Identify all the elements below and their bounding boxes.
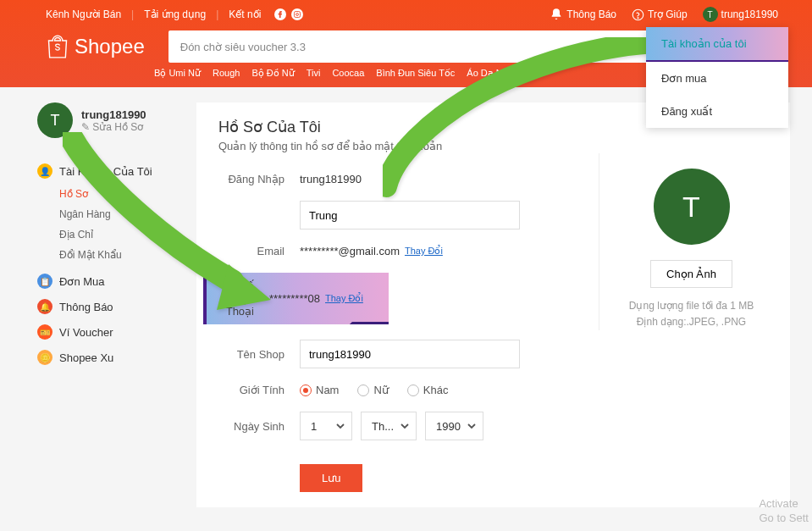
dropdown-logout[interactable]: Đăng xuất [646,95,788,128]
keyword-link[interactable]: S [521,68,527,79]
birth-month-select[interactable]: Th... [361,412,417,440]
voucher-icon: 🎫 [37,324,52,340]
birth-label: Ngày Sinh [218,420,300,433]
username-value: trung181990 [300,173,362,185]
gender-label: Giới Tính [218,384,300,396]
user-menu-trigger[interactable]: T trung181990 [703,7,778,22]
edit-profile-link[interactable]: ✎ Sửa Hồ Sơ [81,121,146,133]
svg-point-1 [291,8,303,20]
windows-watermark: Activate Go to Sett [759,497,809,526]
help-icon [632,8,644,21]
connect-link[interactable]: Kết nối [229,8,261,20]
nav-account[interactable]: 👤 Tài Khoản Của Tôi [37,158,173,184]
email-value: *********@gmail.com [300,245,400,257]
topbar: Kênh Người Bán | Tải ứng dụng | Kết nối … [0,7,812,27]
download-app-link[interactable]: Tải ứng dụng [144,8,206,20]
keyword-link[interactable]: Bình Đun Siêu Tốc [376,68,455,79]
sidebar: T trung181990 ✎ Sửa Hồ Sơ 👤 Tài Khoản Củ… [37,102,173,507]
nav-voucher[interactable]: 🎫Ví Voucher [37,319,173,345]
keyword-link[interactable]: Coocaa [332,68,364,79]
avatar-small: T [703,7,718,22]
seller-channel-link[interactable]: Kênh Người Bán [46,8,121,20]
phone-label: Số Điện Thoại [203,279,269,318]
gender-other-radio[interactable]: Khác [407,384,449,396]
shopee-bag-icon [46,35,69,58]
save-button[interactable]: Lưu [300,464,362,492]
coin-icon: 🪙 [37,350,52,365]
nav-xu[interactable]: 🪙Shopee Xu [37,345,173,370]
change-phone-link[interactable]: Thay Đổi [325,293,363,304]
dropdown-my-account[interactable]: Tài khoản của tôi [646,27,788,62]
chevron-down-icon [336,422,345,430]
user-dropdown: Tài khoản của tôi Đơn mua Đăng xuất [646,27,788,128]
chevron-down-icon [467,422,476,430]
shopname-input[interactable] [300,340,520,368]
username-label: Đăng Nhập [218,173,300,185]
gender-male-radio[interactable]: Nam [300,384,339,396]
notifications-link[interactable]: Thông Báo [550,8,616,21]
chevron-down-icon [400,422,409,430]
sidebar-username: trung181990 [81,108,146,121]
upload-hint-format: Định dạng:.JPEG, .PNG [615,314,768,330]
nav-notifications[interactable]: 🔔Thông Báo [37,294,173,319]
keyword-link[interactable]: Tivi [307,68,321,79]
nav-password[interactable]: Đổi Mật Khẩu [59,245,173,265]
user-icon: 👤 [37,163,52,179]
keyword-link[interactable]: Bộ Umi Nữ [154,68,201,79]
email-label: Email [218,245,300,257]
change-email-link[interactable]: Thay Đổi [405,246,443,257]
sidebar-avatar: T [37,102,73,138]
keyword-link[interactable]: Rough [213,68,240,79]
page-subtitle: Quản lý thông tin hồ sơ để bảo mật tài k… [218,140,768,152]
notify-icon: 🔔 [37,299,52,314]
svg-point-5 [638,17,638,18]
keyword-link[interactable]: Bộ Đồ Nữ [251,68,294,79]
birth-day-select[interactable]: 1 [300,412,352,440]
keyword-link[interactable]: Áo Dạ Nữ [467,68,508,79]
profile-panel: Hồ Sơ Của Tôi Quản lý thông tin hồ sơ để… [196,102,790,507]
shopname-label: Tên Shop [218,348,300,361]
shopee-logo[interactable]: Shopee [46,35,145,58]
avatar-panel: T Chọn Ảnh Dụng lượng file tối đa 1 MB Đ… [599,153,768,330]
dropdown-orders[interactable]: Đơn mua [646,62,788,95]
gender-female-radio[interactable]: Nữ [357,384,388,396]
nav-bank[interactable]: Ngân Hàng [59,204,173,224]
nav-address[interactable]: Địa Chỉ [59,224,173,245]
choose-image-button[interactable]: Chọn Ảnh [650,260,732,288]
phone-value: *********08 [269,292,320,305]
facebook-icon[interactable] [274,8,286,20]
phone-highlight: Số Điện Thoại *********08 Thay Đổi [203,273,389,324]
avatar-large: T [654,169,730,245]
order-icon: 📋 [37,274,52,289]
nav-orders[interactable]: 📋Đơn Mua [37,268,173,294]
birth-year-select[interactable]: 1990 [425,412,483,440]
upload-hint-size: Dụng lượng file tối đa 1 MB [615,298,768,314]
search-placeholder: Đón chờ siêu voucher 3.3 [180,41,306,53]
nav-profile[interactable]: Hồ Sơ [59,184,173,204]
instagram-icon[interactable] [291,8,303,20]
name-input[interactable] [300,201,520,230]
help-link[interactable]: Trợ Giúp [632,8,688,21]
bell-icon [550,8,563,21]
